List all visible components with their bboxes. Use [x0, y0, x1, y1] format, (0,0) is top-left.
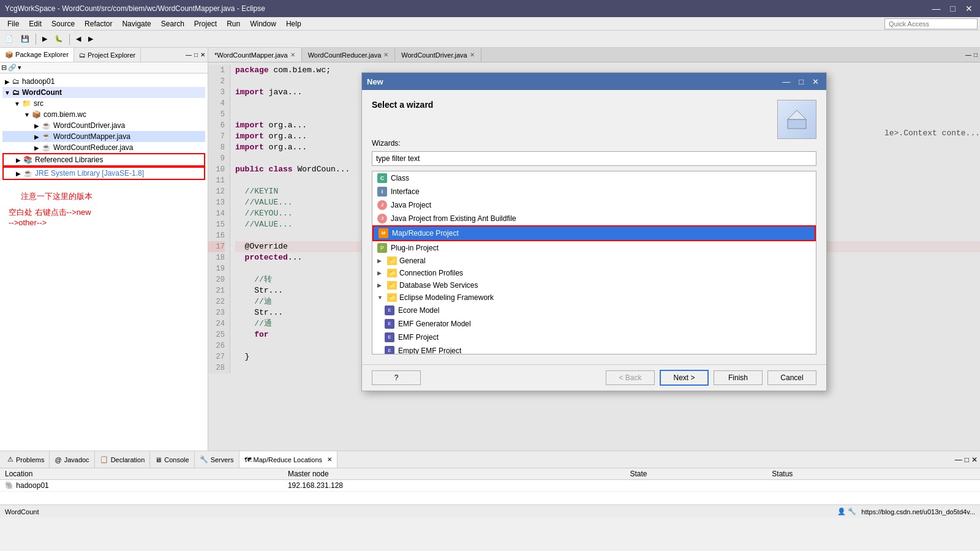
debug-btn[interactable]: 🐛 [52, 34, 66, 44]
finish-button[interactable]: Finish [714, 370, 763, 385]
tree-item-driver[interactable]: ▶ ☕ WordCountDriver.java [2, 120, 205, 131]
tree-item-jre[interactable]: ▶ ☕ JRE System Library [JavaSE-1.8] [2, 167, 205, 180]
tab-problems[interactable]: ⚠ Problems [2, 451, 50, 468]
help-area: ? [372, 370, 421, 385]
panel-min[interactable]: — [955, 455, 962, 464]
maximize-btn[interactable]: □ [948, 4, 958, 13]
menu-search[interactable]: Search [156, 17, 189, 30]
run-btn[interactable]: ▶ [40, 34, 50, 44]
menu-help[interactable]: Help [281, 17, 306, 30]
menu-file[interactable]: File [2, 17, 24, 30]
wizard-item-java-ant[interactable]: J Java Project from Existing Ant Buildfi… [372, 212, 816, 225]
back-btn[interactable]: ◀ [74, 34, 83, 44]
help-button[interactable]: ? [372, 370, 421, 385]
filter-input[interactable] [372, 151, 816, 166]
tree-item-hadoop01[interactable]: ▶ 🗂 hadoop01 [2, 76, 205, 87]
expand-hadoop01[interactable]: ▶ [2, 78, 12, 85]
sidebar-menu-btn[interactable]: ▾ [18, 64, 21, 72]
expand-dbweb[interactable]: ▶ [377, 282, 385, 288]
modal-min[interactable]: — [780, 77, 793, 86]
panel-close[interactable]: ✕ [971, 455, 978, 464]
tree-item-mapper[interactable]: ▶ ☕ WordCountMapper.java [2, 131, 205, 142]
col-state: State [625, 468, 767, 480]
tab-package-explorer[interactable]: 📦 Package Explorer [0, 48, 74, 62]
menu-window[interactable]: Window [245, 17, 281, 30]
tab-javadoc[interactable]: @ Javadoc [50, 451, 94, 468]
tab-servers[interactable]: 🔧 Servers [195, 451, 239, 468]
tab-console[interactable]: 🖥 Console [150, 451, 194, 468]
wizard-item-emf-proj[interactable]: E EMF Project [372, 331, 816, 344]
wizard-item-empty-emf[interactable]: E Empty EMF Project [372, 344, 816, 354]
modal-close[interactable]: ✕ [810, 77, 821, 86]
tree-item-reflibs[interactable]: ▶ 📚 Referenced Libraries [2, 153, 205, 167]
expand-connections[interactable]: ▶ [377, 270, 385, 276]
tab-mapred-locations[interactable]: 🗺 Map/Reduce Locations ✕ [239, 451, 338, 468]
driver-label: WordCountDriver.java [53, 121, 125, 130]
quick-access-input[interactable] [884, 18, 978, 29]
wizard-cat-emf[interactable]: ▼ 📁 Eclipse Modeling Framework [372, 291, 816, 304]
expand-general[interactable]: ▶ [377, 258, 385, 264]
save-btn[interactable]: 💾 [18, 34, 32, 44]
back-button[interactable]: < Back [606, 370, 655, 385]
cancel-button[interactable]: Cancel [767, 370, 816, 385]
panel-max[interactable]: □ [965, 455, 969, 464]
wizard-item-ecore[interactable]: E Ecore Model [372, 304, 816, 317]
wizard-list[interactable]: C Class I Interface J Java Project [372, 171, 816, 354]
table-row[interactable]: 🐘 hadoop01 192.168.231.128 [0, 480, 980, 492]
next-button[interactable]: Next > [660, 370, 709, 386]
menu-refactor[interactable]: Refactor [80, 17, 117, 30]
wizard-item-interface[interactable]: I Interface [372, 185, 816, 198]
menu-project[interactable]: Project [189, 17, 222, 30]
col-status: Status [767, 468, 928, 480]
menu-source[interactable]: Source [47, 17, 80, 30]
editor-area: *WordCountMapper.java ✕ WordCountReducer… [208, 48, 980, 451]
svg-marker-1 [788, 110, 806, 119]
tree-item-wordcount[interactable]: ▼ 🗂 WordCount [2, 87, 205, 98]
modal-max[interactable]: □ [796, 77, 806, 86]
link-editor-btn[interactable]: 🔗 [8, 64, 17, 72]
tab-project-explorer[interactable]: 🗂 Project Explorer [74, 48, 141, 62]
minimize-btn[interactable]: — [930, 4, 943, 13]
fwd-btn[interactable]: ▶ [86, 34, 96, 44]
mapred-loc-close[interactable]: ✕ [327, 456, 332, 463]
wizard-item-mapreduce[interactable]: M Map/Reduce Project [372, 225, 816, 241]
reflibs-label: Referenced Libraries [35, 156, 103, 164]
tree-item-package[interactable]: ▼ 📦 com.biem.wc [2, 109, 205, 120]
wizard-item-plugin[interactable]: P Plug-in Project [372, 241, 816, 255]
package-icon: 📦 [32, 110, 41, 119]
wizard-cat-connections[interactable]: ▶ 📁 Connection Profiles [372, 267, 816, 279]
expand-emf[interactable]: ▼ [377, 294, 385, 301]
bottom-panel: ⚠ Problems @ Javadoc 📋 Declaration 🖥 Con… [0, 451, 980, 468]
menu-run[interactable]: Run [222, 17, 245, 30]
wizard-item-emf-gen[interactable]: E EMF Generator Model [372, 317, 816, 331]
wizard-item-class[interactable]: C Class [372, 171, 816, 185]
tree-item-src[interactable]: ▼ 📁 src [2, 98, 205, 109]
close-btn[interactable]: ✕ [963, 4, 975, 13]
expand-reflibs[interactable]: ▶ [13, 157, 23, 163]
empty-emf-label: Empty EMF Project [398, 347, 461, 354]
collapse-all-btn[interactable]: ⊟ [1, 64, 7, 72]
emf-gen-icon: E [385, 319, 394, 329]
expand-mapper[interactable]: ▶ [32, 133, 42, 140]
expand-reducer[interactable]: ▶ [32, 144, 42, 151]
tab-declaration[interactable]: 📋 Declaration [95, 451, 151, 468]
wizard-cat-dbweb[interactable]: ▶ 📁 Database Web Services [372, 279, 816, 291]
sidebar-max[interactable]: □ [194, 51, 198, 58]
expand-package[interactable]: ▼ [22, 111, 32, 118]
general-icon: 📁 [387, 257, 397, 265]
tree-item-reducer[interactable]: ▶ ☕ WordCountReducer.java [2, 142, 205, 153]
wizard-cat-general[interactable]: ▶ 📁 General [372, 255, 816, 267]
title-bar: YcgWorkSpace - WordCount/src/com/biem/wc… [0, 0, 980, 17]
expand-driver[interactable]: ▶ [32, 122, 42, 129]
expand-wordcount[interactable]: ▼ [2, 89, 12, 96]
sidebar-close[interactable]: ✕ [200, 51, 205, 58]
menu-navigate[interactable]: Navigate [117, 17, 156, 30]
expand-jre[interactable]: ▶ [13, 170, 23, 177]
wizard-item-java-project[interactable]: J Java Project [372, 198, 816, 212]
sidebar: 📦 Package Explorer 🗂 Project Explorer — … [0, 48, 208, 451]
new-btn[interactable]: 📄 [2, 34, 16, 44]
sidebar-minimize[interactable]: — [186, 51, 192, 58]
menu-edit[interactable]: Edit [24, 17, 47, 30]
expand-src[interactable]: ▼ [12, 100, 22, 107]
hadoop01-icon: 🗂 [12, 77, 20, 86]
